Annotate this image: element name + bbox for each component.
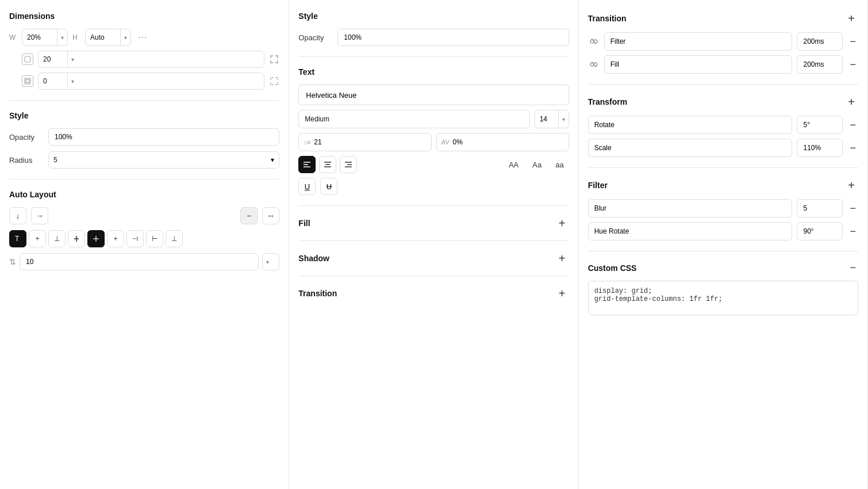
corner-radius-input-group: ▾ (38, 51, 264, 68)
custom-css-title: Custom CSS (588, 263, 637, 273)
font-family-input[interactable] (298, 85, 569, 105)
scale-remove-btn[interactable]: − (847, 142, 858, 154)
width-dropdown-btn[interactable]: ▾ (57, 29, 67, 45)
corner-radius-input[interactable] (39, 55, 67, 63)
width-label: W (9, 33, 17, 41)
case-aa2-btn[interactable]: Aa (527, 156, 547, 173)
align-top-left-btn[interactable]: T (9, 230, 26, 247)
rotate-input[interactable] (588, 116, 793, 134)
padding-dropdown[interactable]: ▾ (67, 73, 78, 89)
shadow-add-btn[interactable]: + (555, 251, 569, 265)
line-height-input[interactable] (314, 138, 337, 146)
height-dropdown-btn[interactable]: ▾ (120, 29, 130, 45)
style-panel: Style Opacity Text Medium ▾ ↕≡ AV (289, 0, 578, 489)
align-h-center-btn[interactable]: ⊢ (146, 230, 163, 247)
align-h-right-btn[interactable]: ⊥ (166, 230, 183, 247)
svg-rect-2 (26, 79, 29, 83)
underline-btn[interactable]: U (298, 178, 316, 195)
align-center-btn[interactable] (87, 230, 105, 247)
filter-transition-time[interactable] (797, 32, 843, 51)
fill-transition-remove-btn[interactable]: − (847, 59, 858, 71)
direction-down-btn[interactable]: ↓ (9, 207, 26, 224)
font-weight-value: Medium (305, 115, 329, 123)
strikethrough-icon: U (327, 182, 332, 191)
fill-transition-input[interactable] (604, 55, 793, 74)
expand-padding-icon[interactable] (269, 76, 279, 86)
opacity-label-p2: Opacity (298, 33, 333, 42)
transition-p3-add-btn[interactable]: + (844, 12, 858, 25)
height-input[interactable] (86, 33, 120, 41)
svg-rect-0 (25, 56, 30, 62)
scale-input[interactable] (588, 139, 793, 157)
transition-title-p2: Transition (298, 289, 337, 298)
hue-rotate-value-input[interactable] (797, 222, 843, 240)
opacity-input-p2[interactable] (337, 29, 569, 46)
rotate-value-input[interactable] (797, 116, 843, 134)
underline-icon: U (305, 182, 310, 191)
strikethrough-btn[interactable]: U (320, 178, 337, 195)
dimensions-panel: Dimensions W ▾ H ▾ ··· ▾ (0, 0, 289, 489)
hue-rotate-remove-btn[interactable]: − (847, 226, 858, 238)
blur-remove-btn[interactable]: − (847, 203, 858, 215)
align-h-left-btn[interactable]: ⊣ (126, 230, 144, 247)
align-distribute-btn[interactable]: + (107, 230, 124, 247)
custom-css-remove-btn[interactable]: − (847, 262, 858, 274)
hue-rotate-input[interactable] (588, 222, 793, 240)
letter-spacing-input[interactable] (453, 138, 476, 146)
blur-input[interactable] (588, 199, 793, 217)
case-aa3-btn[interactable]: aa (550, 156, 569, 173)
filter-transition-input[interactable] (604, 32, 793, 51)
align-top-right-btn[interactable]: ⊥ (48, 230, 66, 247)
padding-input[interactable] (39, 77, 67, 85)
radius-select[interactable]: 5 ▾ (48, 151, 279, 169)
direction-right-btn[interactable]: → (31, 207, 48, 224)
style-title-p1: Style (9, 111, 279, 120)
font-size-input[interactable] (535, 115, 558, 123)
text-align-right-btn[interactable] (340, 156, 357, 173)
align-middle-btn[interactable] (68, 230, 85, 247)
rotate-remove-btn[interactable]: − (847, 119, 858, 131)
gap-input[interactable] (20, 253, 259, 270)
opacity-label-p1: Opacity (9, 133, 44, 142)
filter-transition-remove-btn[interactable]: − (847, 36, 858, 48)
padding-icon (22, 75, 33, 87)
more-options-btn[interactable]: ··· (136, 30, 149, 45)
align-top-center-btn[interactable]: + (29, 230, 46, 247)
letter-spacing-icon: AV (441, 139, 450, 146)
expand-icon[interactable] (269, 54, 279, 64)
font-weight-select[interactable]: Medium (298, 110, 529, 128)
radius-value: 5 (53, 156, 57, 164)
opacity-input-p1[interactable] (48, 128, 279, 146)
radius-chevron: ▾ (271, 156, 274, 164)
svg-point-23 (594, 63, 597, 66)
spacing-minus-btn[interactable]: − (240, 207, 258, 224)
transform-add-btn[interactable]: + (844, 95, 858, 109)
svg-point-18 (590, 40, 594, 43)
font-size-dropdown[interactable]: ▾ (558, 110, 569, 128)
transform-title: Transform (588, 97, 627, 106)
auto-layout-title: Auto Layout (9, 190, 279, 199)
text-title: Text (298, 67, 569, 77)
width-input[interactable] (22, 33, 57, 41)
transition-panel: Transition + − (579, 0, 868, 489)
fill-transition-time[interactable] (797, 55, 843, 74)
gap-icon: ⇅ (9, 257, 16, 266)
filter-add-btn[interactable]: + (844, 178, 858, 192)
corner-radius-dropdown[interactable]: ▾ (67, 51, 78, 67)
height-input-group: ▾ (85, 29, 131, 46)
gap-dropdown[interactable]: ▾ (262, 253, 279, 270)
scale-value-input[interactable] (797, 139, 843, 157)
custom-css-textarea[interactable]: display: grid; grid-template-columns: 1f… (588, 281, 858, 315)
fill-transition-icon (588, 60, 600, 69)
padding-input-group: ▾ (38, 72, 264, 90)
svg-text:T: T (15, 235, 20, 243)
spacing-expand-btn[interactable]: ↔ (262, 207, 279, 224)
transition-add-btn[interactable]: + (555, 286, 569, 300)
blur-value-input[interactable] (797, 199, 843, 217)
line-height-icon: ↕≡ (304, 139, 310, 146)
text-align-center-btn[interactable] (319, 156, 336, 173)
case-aa-btn[interactable]: AA (504, 156, 524, 173)
fill-add-btn[interactable]: + (555, 216, 569, 230)
text-align-left-btn[interactable] (298, 156, 316, 173)
font-size-group: ▾ (535, 110, 569, 128)
